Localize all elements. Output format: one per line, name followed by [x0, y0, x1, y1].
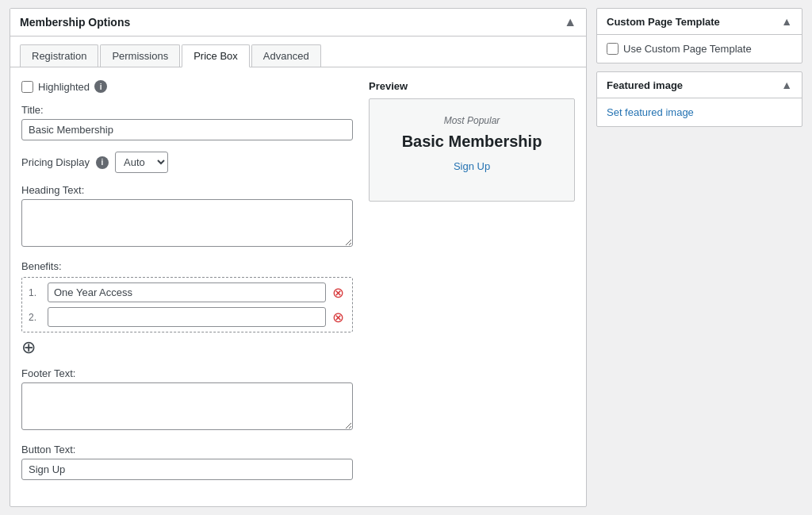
featured-image-content: Set featured image	[597, 98, 802, 126]
pricing-display-info-icon[interactable]: i	[96, 156, 109, 169]
add-benefit-button[interactable]: ⊕	[21, 339, 36, 356]
remove-benefit-2-button[interactable]: ⊗	[331, 310, 346, 325]
benefit-text-input-2[interactable]	[48, 307, 326, 327]
highlighted-row: Highlighted i	[21, 80, 353, 93]
tab-advanced[interactable]: Advanced	[251, 44, 321, 67]
custom-page-template-widget: Custom Page Template ▲ Use Custom Page T…	[596, 8, 802, 63]
preview-section: Preview Most Popular Basic Membership Si…	[369, 80, 575, 491]
benefit-number-2: 2.	[29, 312, 43, 323]
custom-template-content: Use Custom Page Template	[597, 35, 802, 63]
highlighted-info-icon[interactable]: i	[94, 80, 107, 93]
custom-template-checkbox[interactable]	[607, 43, 619, 55]
featured-image-toggle-button[interactable]: ▲	[781, 79, 792, 91]
benefit-number-1: 1.	[29, 287, 43, 298]
featured-image-header: Featured image ▲	[597, 72, 802, 98]
footer-text-field-row: Footer Text:	[21, 367, 353, 432]
pricing-display-label: Pricing Display	[21, 156, 90, 168]
pricing-display-row: Pricing Display i Auto Show Hide	[21, 152, 353, 173]
benefit-item-2: 2. ⊗	[29, 307, 346, 327]
title-input[interactable]	[21, 119, 353, 140]
benefit-input-1	[48, 282, 326, 302]
button-text-input[interactable]	[21, 459, 353, 480]
button-text-field-row: Button Text:	[21, 444, 353, 480]
benefits-list: 1. ⊗ 2. ⊗	[21, 277, 353, 332]
benefit-text-input-1[interactable]	[48, 282, 326, 302]
footer-text-textarea[interactable]	[21, 382, 353, 430]
preview-most-popular: Most Popular	[382, 115, 561, 126]
panel-content: Highlighted i Title: Pricing Display i A…	[10, 67, 586, 504]
benefits-field-row: Benefits: 1. ⊗ 2.	[21, 260, 353, 356]
panel-toggle-button[interactable]: ▲	[564, 15, 576, 29]
title-field-row: Title:	[21, 104, 353, 140]
benefit-input-2	[48, 307, 326, 327]
button-text-label: Button Text:	[21, 444, 353, 455]
set-featured-image-link[interactable]: Set featured image	[607, 106, 694, 118]
custom-template-title: Custom Page Template	[607, 16, 720, 28]
footer-text-label: Footer Text:	[21, 367, 353, 379]
custom-template-header: Custom Page Template ▲	[597, 9, 802, 35]
preview-label: Preview	[369, 80, 575, 92]
benefit-item-1: 1. ⊗	[29, 282, 346, 302]
tab-permissions[interactable]: Permissions	[100, 44, 180, 67]
custom-template-checkbox-row: Use Custom Page Template	[607, 43, 792, 55]
form-section: Highlighted i Title: Pricing Display i A…	[21, 80, 353, 491]
remove-benefit-1-button[interactable]: ⊗	[331, 286, 346, 300]
custom-template-toggle-button[interactable]: ▲	[781, 15, 792, 28]
tab-registration[interactable]: Registration	[20, 44, 98, 67]
membership-options-panel: Membership Options ▲ Registration Permis…	[10, 8, 587, 507]
highlighted-checkbox[interactable]	[21, 81, 33, 93]
benefits-label: Benefits:	[21, 260, 353, 272]
right-sidebar: Custom Page Template ▲ Use Custom Page T…	[596, 8, 802, 507]
heading-text-label: Heading Text:	[21, 184, 353, 196]
heading-text-textarea[interactable]	[21, 199, 353, 247]
featured-image-widget: Featured image ▲ Set featured image	[596, 71, 802, 127]
pricing-display-select[interactable]: Auto Show Hide	[115, 152, 168, 173]
heading-text-field-row: Heading Text:	[21, 184, 353, 249]
custom-template-checkbox-label: Use Custom Page Template	[623, 43, 752, 55]
title-label: Title:	[21, 104, 353, 116]
preview-box: Most Popular Basic Membership Sign Up	[369, 98, 575, 202]
highlighted-label: Highlighted	[38, 81, 90, 93]
featured-image-title: Featured image	[607, 79, 683, 91]
preview-signup-link[interactable]: Sign Up	[454, 160, 490, 172]
preview-title: Basic Membership	[382, 133, 561, 151]
panel-header: Membership Options ▲	[10, 9, 586, 37]
tab-price-box[interactable]: Price Box	[182, 44, 250, 67]
panel-title: Membership Options	[20, 16, 130, 29]
tabs-bar: Registration Permissions Price Box Advan…	[10, 37, 586, 67]
